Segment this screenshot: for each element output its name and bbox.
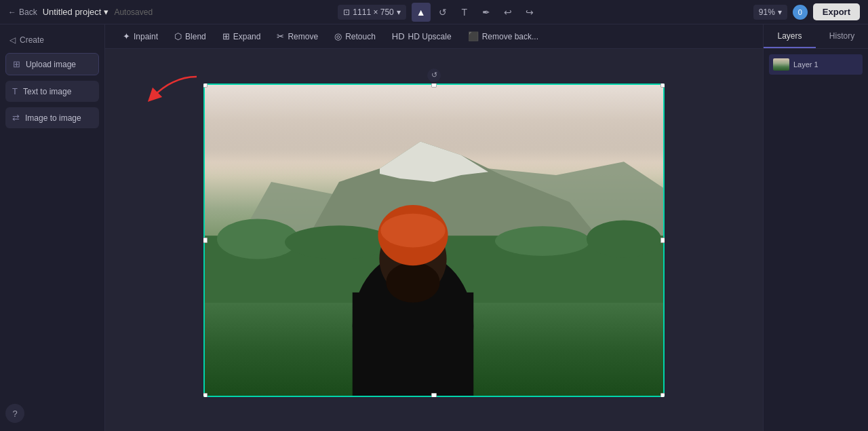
tab-history[interactable]: History	[816, 24, 868, 48]
autosaved-label: Autosaved	[114, 7, 153, 17]
project-title-chevron: ▾	[104, 7, 108, 17]
undo-button[interactable]: ↩	[498, 3, 517, 22]
svg-rect-9	[353, 293, 474, 397]
project-title[interactable]: Untitled project ▾	[43, 7, 109, 17]
refresh-handle[interactable]: ↺	[427, 69, 441, 82]
image-to-image-item[interactable]: ⇄ Image to image	[5, 107, 99, 128]
sidebar-bottom: ?	[5, 404, 99, 423]
zoom-chevron-icon: ▾	[778, 7, 782, 17]
hd-upscale-button[interactable]: HD HD Upscale	[385, 29, 458, 44]
left-sidebar: ◁ Create ⊞ Upload image T Text to image …	[0, 24, 105, 431]
canvas-area: ✦ Inpaint ⬡ Blend ⊞ Expand ✂ Remove ◎ Re…	[105, 24, 763, 431]
canvas-image	[203, 83, 665, 397]
inpaint-icon: ✦	[123, 31, 130, 41]
create-label: Create	[20, 35, 44, 45]
zoom-button[interactable]: 91% ▾	[753, 5, 787, 20]
text-to-image-icon: T	[12, 86, 18, 96]
scene-background	[203, 83, 665, 397]
text-to-image-item[interactable]: T Text to image	[5, 81, 99, 102]
expand-button[interactable]: ⊞ Expand	[216, 29, 268, 44]
image-to-image-icon: ⇄	[12, 113, 20, 123]
blend-button[interactable]: ⬡ Blend	[167, 29, 213, 44]
help-button[interactable]: ?	[5, 404, 24, 423]
action-toolbar: ✦ Inpaint ⬡ Blend ⊞ Expand ✂ Remove ◎ Re…	[105, 24, 763, 49]
back-button[interactable]: ← Back	[8, 7, 37, 17]
remove-bg-icon: ⬛	[468, 31, 479, 41]
text-tool-button[interactable]: T	[455, 3, 474, 22]
export-button[interactable]: Export	[813, 3, 860, 20]
canvas-size-chevron: ▾	[397, 7, 401, 17]
undo-icon: ↩	[504, 7, 512, 18]
upload-image-icon: ⊞	[13, 59, 20, 69]
tab-layers[interactable]: Layers	[764, 24, 816, 48]
topbar-center: ⊡ 1111 × 750 ▾ ▲ ↺ T ✒ ↩ ↪	[158, 3, 719, 22]
back-arrow-icon: ←	[8, 7, 16, 17]
user-count-text: 0	[798, 8, 802, 16]
image-to-image-label: Image to image	[25, 113, 81, 123]
expand-label: Expand	[233, 32, 261, 41]
text-tool-icon: T	[461, 7, 467, 18]
retouch-icon: ◎	[334, 31, 342, 41]
history-tab-label: History	[829, 31, 854, 41]
canvas-image-wrapper: ↺	[203, 83, 665, 397]
resize-icon: ⊡	[343, 7, 350, 17]
right-sidebar: Layers History Layer 1	[763, 24, 868, 431]
create-header: ◁ Create	[5, 33, 99, 48]
hd-upscale-icon: HD	[392, 31, 405, 41]
retouch-label: Retouch	[345, 32, 376, 41]
refresh-tool-button[interactable]: ↺	[433, 3, 452, 22]
svg-point-11	[387, 262, 440, 302]
refresh-icon: ↺	[431, 71, 437, 79]
layer-1-name: Layer 1	[793, 60, 818, 69]
layer-item-1[interactable]: Layer 1	[769, 54, 863, 75]
redo-button[interactable]: ↪	[520, 3, 539, 22]
retouch-button[interactable]: ◎ Retouch	[328, 29, 382, 44]
inpaint-button[interactable]: ✦ Inpaint	[116, 29, 165, 44]
back-label: Back	[19, 7, 37, 17]
select-tool-icon: ▲	[416, 7, 426, 18]
layers-tab-label: Layers	[777, 31, 802, 41]
select-tool-button[interactable]: ▲	[412, 3, 431, 22]
svg-point-6	[495, 226, 590, 256]
topbar-right: 91% ▾ 0 Export	[724, 3, 860, 20]
pen-tool-button[interactable]: ✒	[477, 3, 496, 22]
remove-bg-button[interactable]: ⬛ Remove back...	[461, 29, 545, 44]
layers-list: Layer 1	[764, 49, 868, 83]
blend-icon: ⬡	[174, 31, 182, 41]
zoom-level-text: 91%	[759, 7, 775, 17]
help-icon: ?	[12, 409, 17, 419]
layer-1-thumbnail	[773, 58, 789, 71]
user-count-badge: 0	[793, 5, 808, 20]
topbar: ← Back Untitled project ▾ Autosaved ⊡ 11…	[0, 0, 868, 24]
remove-bg-label: Remove back...	[482, 32, 538, 41]
topbar-left: ← Back Untitled project ▾ Autosaved	[8, 7, 153, 17]
upload-image-item[interactable]: ⊞ Upload image	[5, 53, 99, 75]
inpaint-label: Inpaint	[134, 32, 158, 41]
redo-icon: ↪	[526, 7, 534, 18]
remove-icon: ✂	[277, 31, 284, 41]
create-arrow-icon: ◁	[9, 35, 16, 45]
right-sidebar-tabs: Layers History	[764, 24, 868, 49]
svg-point-13	[381, 214, 446, 248]
upload-image-label: Upload image	[26, 60, 76, 69]
blend-label: Blend	[185, 32, 206, 41]
project-title-text: Untitled project	[43, 7, 102, 17]
toolbar-icons: ▲ ↺ T ✒ ↩ ↪	[412, 3, 539, 22]
main-layout: ◁ Create ⊞ Upload image T Text to image …	[0, 24, 868, 431]
remove-label: Remove	[288, 32, 318, 41]
text-to-image-label: Text to image	[23, 87, 71, 96]
remove-button[interactable]: ✂ Remove	[270, 29, 325, 44]
hd-upscale-label: HD Upscale	[408, 32, 452, 41]
layer-thumb-inner	[773, 58, 789, 71]
canvas-viewport[interactable]: ↺	[105, 49, 763, 431]
svg-point-7	[587, 220, 661, 257]
pen-tool-icon: ✒	[482, 7, 490, 18]
canvas-size-text: 1111 × 750	[353, 7, 393, 17]
export-label: Export	[823, 7, 850, 17]
refresh-tool-icon: ↺	[439, 7, 447, 18]
canvas-size-button[interactable]: ⊡ 1111 × 750 ▾	[338, 5, 406, 20]
expand-icon: ⊞	[222, 31, 230, 41]
